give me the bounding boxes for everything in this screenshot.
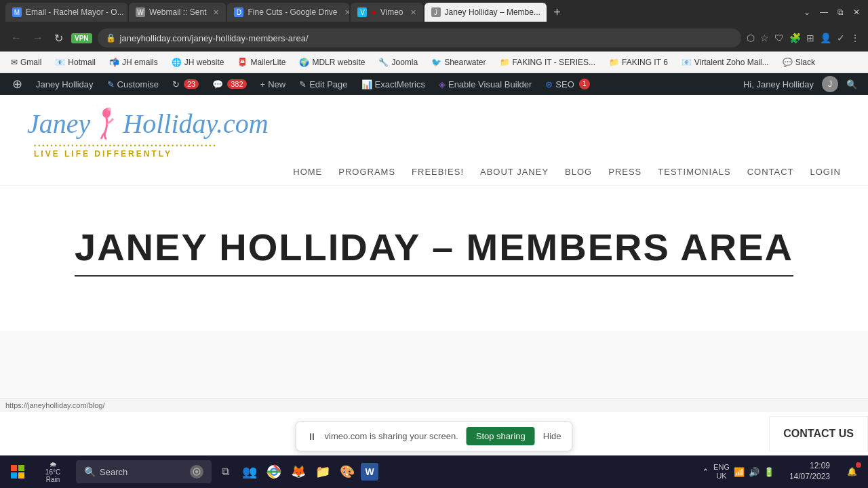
forward-button[interactable]: → — [30, 29, 46, 47]
nav-testimonials[interactable]: TESTIMONIALS — [658, 167, 730, 177]
nav-about[interactable]: ABOUT JANEY — [480, 167, 549, 177]
new-tab-button[interactable]: + — [548, 3, 567, 22]
word-icon[interactable]: W — [361, 463, 378, 481]
bookmark-label-mailerlite: MailerLite — [250, 58, 285, 67]
logo-row: Janey Holliday.com — [27, 105, 285, 142]
bookmark-mdlr[interactable]: 🌍 MDLR website — [294, 56, 370, 68]
wp-admin-bar: ⊕ Janey Holliday ✎ Customise ↻ 23 💬 382 … — [0, 73, 868, 95]
nav-programs[interactable]: PROGRAMS — [338, 167, 395, 177]
chrome-icon[interactable] — [263, 461, 285, 483]
wp-exactmetrics[interactable]: 📊 ExactMetrics — [355, 73, 432, 95]
wp-updates[interactable]: ↻ 23 — [165, 73, 205, 95]
wp-site-name[interactable]: Janey Holliday — [29, 73, 100, 95]
date-display: 14/07/2023 — [789, 472, 830, 483]
tab-close-vimeo[interactable]: ✕ — [410, 8, 416, 17]
chevron-up-icon[interactable]: ⌃ — [702, 467, 709, 477]
bookmark-mailerlite[interactable]: 📮 MailerLite — [232, 56, 291, 68]
more-icon[interactable]: ⋮ — [850, 33, 860, 43]
nav-home[interactable]: HOME — [293, 167, 322, 177]
file-explorer-icon[interactable]: 📁 — [312, 461, 334, 483]
nav-press[interactable]: PRESS — [608, 167, 642, 177]
wp-search-icon[interactable]: 🔍 — [841, 77, 863, 92]
tab-dropdown[interactable]: ⌄ — [801, 5, 813, 20]
start-button[interactable] — [5, 460, 30, 484]
bookmark-faking-it-series[interactable]: 📁 FAKING IT - SERIES... — [494, 56, 601, 68]
search-placeholder: Search — [100, 467, 127, 477]
logo-dots-row: •••••••••••••••••• ••••••• •••••••••••••… — [27, 142, 285, 149]
nav-contact[interactable]: CONTACT — [747, 167, 794, 177]
profile-icon[interactable]: 👤 — [820, 33, 831, 43]
bookmark-jh-website[interactable]: 🌐 JH website — [166, 56, 230, 68]
tab-label-vimeo: Vimeo — [380, 7, 403, 17]
tab-label-webmail: Webmail :: Sent — [149, 7, 206, 17]
wifi-icon[interactable]: 📶 — [734, 467, 745, 477]
refresh-button[interactable]: ↻ — [52, 29, 66, 47]
tab-email[interactable]: M Email - Rachel Mayor - O... ✕ — [5, 3, 127, 22]
hero-section: JANEY HOLLIDAY – MEMBERS AREA — [0, 186, 868, 331]
tab-vimeo[interactable]: V ● Vimeo ✕ — [351, 3, 422, 22]
tab-janey[interactable]: J Janey Holliday – Membe... ✕ — [425, 3, 547, 22]
notification-dot — [856, 462, 861, 468]
puzzle-icon[interactable]: 🧩 — [789, 33, 801, 43]
wp-new[interactable]: + New — [254, 73, 293, 95]
tab-webmail[interactable]: W Webmail :: Sent ✕ — [129, 3, 226, 22]
split-view-icon[interactable]: ⊞ — [806, 33, 814, 43]
bookmark-slack[interactable]: 💬 Slack — [777, 56, 821, 68]
header-row: Janey Holliday.com — [0, 95, 868, 159]
screen-share-bar: ⏸ vimeo.com is sharing your screen. Stop… — [296, 421, 573, 451]
stop-sharing-button[interactable]: Stop sharing — [467, 427, 535, 445]
bookmark-label-slack: Slack — [795, 58, 815, 67]
minimize-button[interactable]: — — [817, 5, 831, 20]
paint-icon[interactable]: 🎨 — [336, 461, 358, 483]
hide-button[interactable]: Hide — [543, 431, 561, 441]
vpn-badge[interactable]: VPN — [71, 33, 92, 43]
extensions-icon[interactable]: ⬡ — [747, 33, 755, 43]
edit-page-icon: ✎ — [299, 79, 307, 89]
wp-logo-item[interactable]: ⊕ — [5, 73, 29, 95]
bookmark-gmail[interactable]: ✉ Gmail — [5, 56, 47, 68]
tab-close-drive[interactable]: ✕ — [344, 8, 350, 17]
maximize-button[interactable]: ⧉ — [835, 5, 846, 20]
wp-comments[interactable]: 💬 382 — [205, 73, 253, 95]
nav-blog[interactable]: BLOG — [565, 167, 592, 177]
verified-icon[interactable]: ✓ — [837, 33, 845, 43]
tab-drive[interactable]: D Fine Cuts - Google Drive ✕ — [227, 3, 349, 22]
taskview-button[interactable]: ⧉ — [214, 461, 236, 483]
back-button[interactable]: ← — [8, 29, 24, 47]
close-button[interactable]: ✕ — [850, 5, 863, 20]
nav-freebies[interactable]: FREEBIES! — [412, 167, 464, 177]
wp-visual-builder[interactable]: ◈ Enable Visual Builder — [432, 73, 538, 95]
volume-icon[interactable]: 🔊 — [749, 467, 760, 477]
lock-icon: 🔒 — [106, 33, 116, 43]
faking-it-series-icon: 📁 — [500, 58, 510, 67]
bookmark-hotmail[interactable]: 📧 Hotmail — [50, 56, 101, 68]
nav-login[interactable]: LOGIN — [810, 167, 841, 177]
tab-favicon-webmail: W — [136, 7, 145, 17]
bookmark-faking-it-6[interactable]: 📁 FAKING IT 6 — [604, 56, 673, 68]
bookmark-joomla[interactable]: 🔧 Joomla — [373, 56, 423, 68]
bookmark-jh-emails[interactable]: 📬 JH emails — [104, 56, 163, 68]
firefox-icon[interactable]: 🦊 — [288, 461, 309, 483]
tab-close-webmail[interactable]: ✕ — [213, 8, 219, 17]
clock-widget[interactable]: 12:09 14/07/2023 — [784, 461, 835, 482]
shield-icon[interactable]: 🛡 — [774, 33, 784, 43]
bookmark-label-virtalent: Virtalent Zoho Mail... — [694, 58, 769, 67]
bookmark-shearwater[interactable]: 🐦 Shearwater — [426, 56, 491, 68]
bookmark-virtalent[interactable]: 📧 Virtalent Zoho Mail... — [676, 56, 774, 68]
wp-edit-page[interactable]: ✎ Edit Page — [292, 73, 354, 95]
url-bar[interactable]: 🔒 janeyholliday.com/janey-holliday-membe… — [98, 28, 741, 47]
visual-builder-icon: ◈ — [439, 79, 446, 89]
logo-janey: Janey — [27, 108, 90, 140]
notification-button[interactable]: 🔔 — [841, 461, 863, 483]
battery-icon[interactable]: 🔋 — [764, 467, 774, 477]
teams-icon[interactable]: 👥 — [239, 461, 260, 483]
star-icon[interactable]: ☆ — [760, 33, 769, 43]
weather-widget[interactable]: 🌧 16°C Rain — [33, 461, 73, 483]
windows-logo-icon — [11, 465, 24, 479]
bookmark-label-jh-emails: JH emails — [122, 58, 158, 67]
wp-seo[interactable]: ⊛ SEO 1 — [538, 73, 596, 95]
taskbar: 🌧 16°C Rain 🔍 Search ⧉ 👥 🦊 📁 🎨 W ⌃ ENG U… — [0, 455, 868, 488]
svg-rect-5 — [18, 465, 24, 471]
taskbar-search[interactable]: 🔍 Search — [76, 460, 212, 483]
wp-customise[interactable]: ✎ Customise — [100, 73, 165, 95]
